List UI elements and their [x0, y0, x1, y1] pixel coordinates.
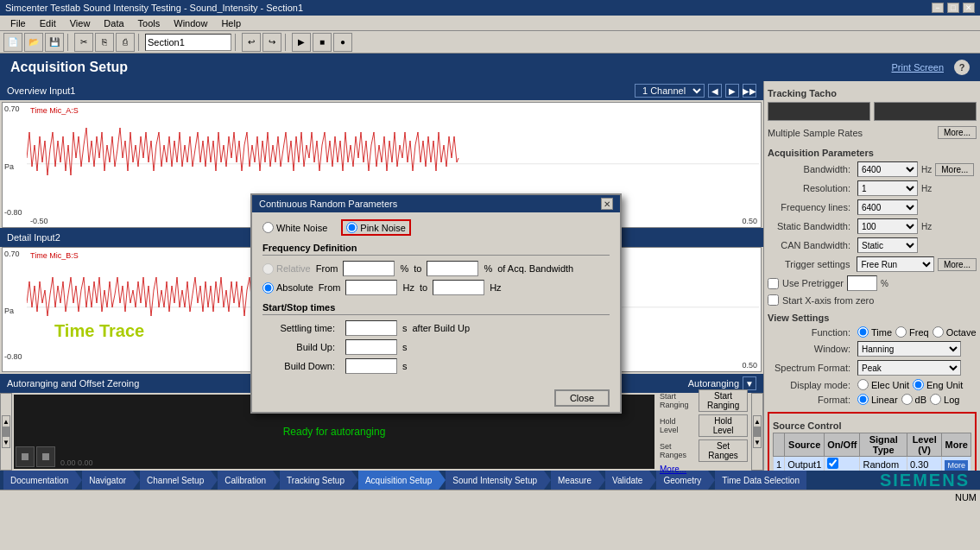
- relative-radio[interactable]: Relative: [262, 263, 311, 275]
- resolution-select[interactable]: 1: [857, 180, 918, 196]
- pink-noise-radio[interactable]: Pink Noise: [346, 222, 406, 233]
- spectrum-select[interactable]: Peak: [857, 360, 961, 376]
- nav-step-label-6[interactable]: Sound Intensity Setup: [446, 471, 544, 490]
- white-noise-radio[interactable]: White Noise: [262, 222, 327, 233]
- nav-step-validate[interactable]: Validate: [605, 471, 656, 490]
- nav-step-sound-intensity-setup[interactable]: Sound Intensity Setup: [446, 471, 551, 490]
- stop-btn[interactable]: ■: [313, 33, 332, 52]
- autoranging-expand-btn[interactable]: ▼: [743, 376, 756, 390]
- pretrigger-value[interactable]: 50: [847, 275, 877, 291]
- save-btn[interactable]: 💾: [45, 33, 64, 52]
- scroll-right-down-btn[interactable]: ▼: [753, 436, 762, 448]
- absolute-from-input[interactable]: 0.000: [345, 280, 397, 295]
- multiple-sample-rates-label: Multiple Sample Rates: [768, 128, 863, 138]
- db-radio[interactable]: dB: [901, 394, 926, 405]
- display-label: Display mode:: [768, 380, 854, 390]
- source-more-0[interactable]: More: [942, 457, 971, 471]
- redo-btn[interactable]: ↪: [262, 33, 281, 52]
- bandwidth-select[interactable]: 6400: [857, 161, 918, 177]
- build-down-input[interactable]: 0.000: [345, 358, 397, 374]
- menu-file[interactable]: File: [3, 16, 33, 30]
- nav-step-measure[interactable]: Measure: [551, 471, 605, 490]
- nav-step-documentation[interactable]: Documentation: [3, 471, 82, 490]
- help-button[interactable]: ?: [954, 60, 970, 75]
- nav-step-label-1[interactable]: Navigator: [82, 471, 133, 490]
- nav-step-channel-setup[interactable]: Channel Setup: [140, 471, 218, 490]
- source-row-0[interactable]: 1 Output1 Random 0.30 More: [774, 457, 971, 471]
- paste-btn[interactable]: ⎙: [116, 33, 135, 52]
- function-octave-radio[interactable]: Octave: [933, 326, 977, 338]
- play-btn[interactable]: ▶: [292, 33, 311, 52]
- undo-btn[interactable]: ↩: [242, 33, 261, 52]
- log-radio[interactable]: Log: [930, 394, 959, 405]
- scroll-up-btn[interactable]: ▲: [2, 415, 10, 427]
- trigger-select[interactable]: Free Run: [857, 256, 933, 272]
- restore-btn[interactable]: □: [947, 3, 959, 13]
- set-ranges-btn[interactable]: Set Ranges: [699, 439, 748, 462]
- pretrigger-checkbox[interactable]: [768, 278, 779, 289]
- nav-step-label-8[interactable]: Validate: [605, 471, 649, 490]
- close-btn[interactable]: ✕: [963, 3, 975, 13]
- sample-rates-more-btn[interactable]: More...: [938, 126, 977, 139]
- freq-lines-select[interactable]: 6400: [857, 199, 918, 215]
- relative-from-input[interactable]: 0.000: [343, 261, 395, 276]
- scroll-right-up-btn[interactable]: ▲: [753, 415, 762, 427]
- static-bw-select[interactable]: 100: [857, 218, 918, 234]
- menu-help[interactable]: Help: [214, 16, 248, 30]
- settling-suffix: after Build Up: [413, 323, 471, 333]
- channel-select[interactable]: 1 Channel: [635, 84, 705, 98]
- menu-view[interactable]: View: [63, 16, 98, 30]
- next-channel-btn-2[interactable]: ▶▶: [743, 84, 756, 98]
- nav-arrow-7: [598, 471, 605, 490]
- function-freq-radio[interactable]: Freq: [895, 326, 929, 338]
- absolute-to-input[interactable]: 6400.000: [433, 280, 484, 295]
- prev-channel-btn[interactable]: ◀: [708, 84, 722, 98]
- menu-tools[interactable]: Tools: [131, 16, 168, 30]
- function-label: Function:: [768, 327, 854, 338]
- minimize-btn[interactable]: −: [932, 3, 944, 13]
- section-input[interactable]: [145, 34, 231, 51]
- nav-step-calibration[interactable]: Calibration: [218, 471, 280, 490]
- open-btn[interactable]: 📂: [24, 33, 43, 52]
- source-onoff-0[interactable]: [825, 457, 860, 471]
- nav-step-navigator[interactable]: Navigator: [82, 471, 140, 490]
- nav-step-label-2[interactable]: Channel Setup: [140, 471, 211, 490]
- nav-step-acquisition-setup[interactable]: Acquisition Setup: [358, 471, 446, 490]
- can-bw-select[interactable]: Static: [857, 237, 918, 253]
- function-time-radio[interactable]: Time: [857, 326, 892, 338]
- modal-close-button[interactable]: Close: [554, 389, 610, 407]
- source-level-0: 0.30: [907, 457, 942, 471]
- menu-edit[interactable]: Edit: [33, 16, 63, 30]
- new-btn[interactable]: 📄: [3, 33, 22, 52]
- modal-close-btn[interactable]: ✕: [601, 198, 613, 210]
- nav-step-label-0[interactable]: Documentation: [3, 471, 75, 490]
- nav-step-label-7[interactable]: Measure: [551, 471, 598, 490]
- menu-data[interactable]: Data: [97, 16, 130, 30]
- hold-level-btn[interactable]: Hold Level: [699, 414, 748, 437]
- start-x-zero-checkbox[interactable]: [768, 294, 779, 306]
- window-select[interactable]: Hanning: [857, 341, 961, 357]
- next-channel-btn-1[interactable]: ▶: [725, 84, 739, 98]
- print-screen-link[interactable]: Print Screen: [891, 62, 944, 73]
- record-btn[interactable]: ●: [333, 33, 352, 52]
- more-link[interactable]: More...: [660, 465, 748, 474]
- build-up-input[interactable]: 0.000: [345, 339, 397, 355]
- eng-unit-radio[interactable]: Eng Unit: [913, 379, 963, 390]
- start-ranging-btn[interactable]: Start Ranging: [699, 389, 748, 412]
- settling-input[interactable]: 0.000: [345, 320, 397, 336]
- menu-window[interactable]: Window: [167, 16, 214, 30]
- nav-step-label-4[interactable]: Tracking Setup: [280, 471, 351, 490]
- nav-step-label-3[interactable]: Calibration: [218, 471, 273, 490]
- bandwidth-more-btn[interactable]: More...: [935, 163, 974, 176]
- cut-btn[interactable]: ✂: [74, 33, 93, 52]
- relative-to-input[interactable]: 100.000: [427, 261, 478, 276]
- linear-radio[interactable]: Linear: [857, 394, 898, 405]
- nav-step-label-5[interactable]: Acquisition Setup: [358, 471, 439, 490]
- trigger-more-btn[interactable]: More...: [938, 258, 977, 271]
- copy-btn[interactable]: ⎘: [95, 33, 114, 52]
- scroll-down-btn[interactable]: ▼: [2, 436, 10, 448]
- elec-unit-radio[interactable]: Elec Unit: [857, 379, 909, 390]
- source-num-0: 1: [774, 457, 785, 471]
- nav-step-tracking-setup[interactable]: Tracking Setup: [280, 471, 358, 490]
- absolute-radio[interactable]: Absolute: [262, 282, 313, 294]
